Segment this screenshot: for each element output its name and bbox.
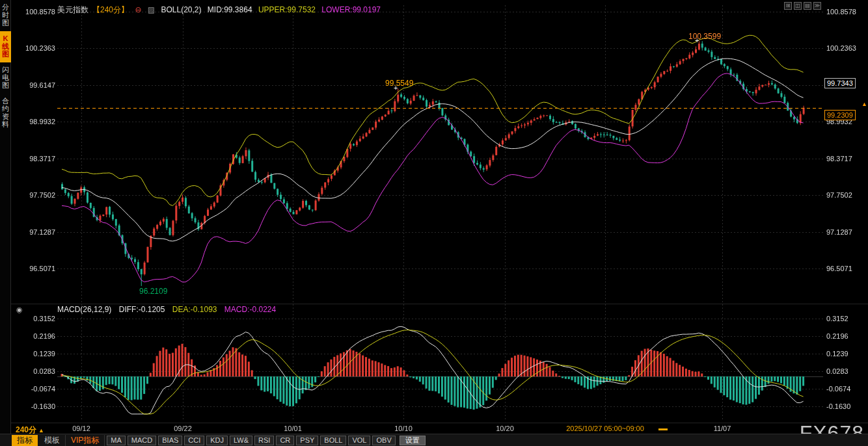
- macd-axis-label-right: 0.1239: [826, 350, 848, 358]
- macd-axis-label-left: -0.1630: [14, 402, 55, 410]
- window-controls: ⊞◫▤≫: [784, 2, 821, 10]
- indicator-button-cr[interactable]: CR: [276, 436, 294, 445]
- collapse-right-icon[interactable]: ≫: [813, 2, 821, 10]
- macd-indicator-name: MACD(26,12,9): [57, 305, 111, 314]
- date-axis-label: 10/10: [394, 425, 413, 432]
- bottom-toolbar: 指标模板VIP指标MAMACDBIASCCIKDJLW&RSICRPSYBOLL…: [0, 434, 868, 446]
- boll-lower-value: LOWER:99.0197: [321, 5, 381, 14]
- indicator-button-vol[interactable]: VOL: [348, 436, 370, 445]
- indicator-button-lw[interactable]: LW&: [230, 436, 252, 445]
- indicator-button-macd[interactable]: MACD: [128, 436, 156, 445]
- boll-upper-value: UPPER:99.7532: [258, 5, 316, 14]
- indicator-button-rsi[interactable]: RSI: [254, 436, 274, 445]
- sidebar-tab-lightning-chart[interactable]: 闪电图: [0, 62, 11, 94]
- macd-dea-value: DEA:-0.1093: [172, 305, 217, 314]
- macd-axis-label-right: -0.0674: [826, 385, 850, 393]
- footer-expand-icon: ▲: [38, 427, 44, 434]
- indicator-button-boll[interactable]: BOLL: [320, 436, 346, 445]
- price-axis-label-left: 97.1287: [14, 228, 55, 236]
- boll-mid-value: MID:99.3864: [208, 5, 252, 14]
- date-axis-label: 09/12: [72, 425, 90, 432]
- indicator-button-ma[interactable]: MA: [107, 436, 126, 445]
- toolbar-tab-vip-indicators[interactable]: VIP指标: [66, 435, 105, 446]
- price-up-arrow-icon: ▲: [861, 101, 867, 107]
- date-axis-label: 11/07: [714, 425, 731, 432]
- settings-button[interactable]: 设置: [400, 436, 426, 445]
- current-bar-range-marker: [658, 428, 668, 430]
- indicator-button-bias[interactable]: BIAS: [158, 436, 182, 445]
- high-cross-marker-icon: +: [695, 36, 699, 44]
- date-axis-label: 09/22: [174, 425, 192, 432]
- indicator-button-obv[interactable]: OBV: [372, 436, 395, 445]
- indicator-icon[interactable]: ▨: [148, 5, 155, 14]
- fx678-kline-window: 分时图 K线图 闪电图 合约资料 美元指数【240分】 ⊖ ▨ BOLL(20,…: [0, 0, 868, 446]
- layout-split-icon[interactable]: ◫: [794, 2, 802, 10]
- price-axis-label-left: 99.6147: [14, 81, 55, 89]
- layout-grid-icon[interactable]: ⊞: [784, 2, 792, 10]
- toolbar-tab-indicators[interactable]: 指标: [12, 435, 38, 446]
- price-axis-label-right: 100.2363: [826, 44, 856, 52]
- date-axis-divider: [11, 423, 868, 423]
- last-price-tag: 99.2309: [824, 110, 856, 120]
- price-axis-label-left: 98.3717: [14, 155, 55, 163]
- toolbar-tab-templates[interactable]: 模板: [39, 435, 66, 446]
- price-axis-label-left: 100.8578: [14, 8, 55, 16]
- macd-axis-label-left: 0.3152: [14, 315, 55, 322]
- sidebar-tab-time-chart[interactable]: 分时图: [0, 0, 11, 31]
- macd-axis-label-left: 0.1239: [14, 350, 55, 358]
- chart-header: 美元指数【240分】 ⊖ ▨ BOLL(20,2) MID:99.3864 UP…: [57, 5, 385, 16]
- pane-divider: [11, 304, 868, 304]
- price-axis-label-right: 97.1287: [826, 228, 852, 236]
- macd-bar-value: MACD:-0.0224: [224, 305, 276, 314]
- period-label: 【240分】: [92, 5, 129, 14]
- price-axis-label-right: 100.8578: [826, 8, 856, 16]
- high-price-annotation: 100.3599: [688, 32, 721, 41]
- upper-band-price-tag: 99.7343: [824, 78, 856, 88]
- macd-axis-label-right: 0.0283: [826, 367, 848, 375]
- price-axis-label-right: 98.3717: [826, 155, 852, 163]
- price-axis-label-right: 97.7502: [826, 191, 852, 199]
- peak-price-annotation: 99.5549: [385, 79, 413, 88]
- indicator-button-cci[interactable]: CCI: [184, 436, 204, 445]
- footer-period-label: 240分: [16, 425, 36, 434]
- price-axis-label-left: 98.9932: [14, 118, 55, 125]
- sidebar-tab-kline-chart[interactable]: K线图: [0, 31, 11, 62]
- price-axis-label-left: 100.2363: [14, 44, 55, 52]
- macd-header: MACD(26,12,9) DIFF:-0.1205 DEA:-0.1093 M…: [57, 305, 281, 314]
- macd-axis-label-right: 0.3152: [826, 315, 848, 322]
- indicator-button-psy[interactable]: PSY: [296, 436, 318, 445]
- sidebar-tab-contract-info[interactable]: 合约资料: [0, 94, 11, 133]
- macd-axis-label-right: -0.1630: [826, 402, 850, 410]
- layout-list-icon[interactable]: ▤: [804, 2, 811, 10]
- kline-macd-chart-canvas[interactable]: [0, 0, 868, 446]
- indicator-button-kdj[interactable]: KDJ: [206, 436, 228, 445]
- date-axis-label: 10/20: [496, 425, 514, 432]
- price-axis-label-left: 96.5071: [14, 265, 55, 272]
- macd-axis-label-left: -0.0674: [14, 385, 55, 393]
- macd-pane-settings-icon[interactable]: ◉: [16, 306, 23, 314]
- date-axis-label: 2025/10/27 05:00~09:00: [566, 425, 644, 432]
- macd-axis-label-left: 0.0283: [14, 367, 55, 375]
- boll-indicator-name: BOLL(20,2): [161, 5, 201, 14]
- low-price-annotation: 96.2109: [139, 287, 167, 296]
- price-axis-label-right: 96.5071: [826, 265, 852, 272]
- pin-icon[interactable]: ⊖: [135, 5, 141, 14]
- price-axis-label-left: 97.7502: [14, 191, 55, 199]
- date-axis-label: 10/01: [284, 425, 302, 432]
- left-sidebar: 分时图 K线图 闪电图 合约资料: [0, 0, 11, 446]
- macd-axis-label-right: 0.2196: [826, 332, 848, 340]
- macd-axis-label-left: 0.2196: [14, 332, 55, 340]
- instrument-name: 美元指数: [57, 5, 88, 14]
- peak-cross-marker-icon: +: [394, 84, 398, 92]
- macd-diff-value: DIFF:-0.1205: [119, 305, 165, 314]
